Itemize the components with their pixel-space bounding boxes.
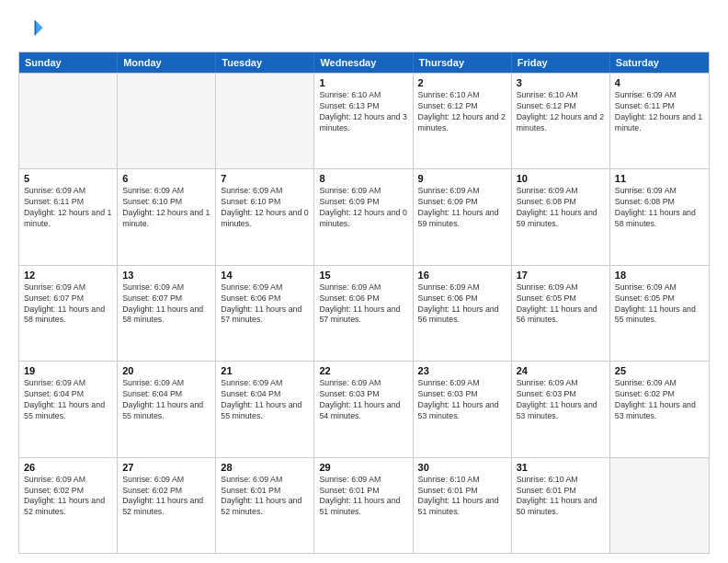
calendar-cell: 28Sunrise: 6:09 AMSunset: 6:01 PMDayligh… (216, 458, 314, 553)
calendar-cell: 11Sunrise: 6:09 AMSunset: 6:08 PMDayligh… (610, 169, 709, 264)
weekday-header: Friday (512, 52, 610, 73)
calendar-cell (610, 458, 709, 553)
cell-text: Sunrise: 6:10 AMSunset: 6:12 PMDaylight:… (418, 90, 506, 134)
day-number: 8 (319, 173, 407, 184)
day-number: 21 (221, 365, 309, 376)
calendar-cell: 13Sunrise: 6:09 AMSunset: 6:07 PMDayligh… (118, 266, 216, 361)
calendar-cell: 5Sunrise: 6:09 AMSunset: 6:11 PMDaylight… (19, 169, 118, 264)
day-number: 23 (418, 365, 506, 376)
day-number: 1 (319, 77, 407, 88)
cell-text: Sunrise: 6:10 AMSunset: 6:13 PMDaylight:… (319, 90, 407, 134)
weekday-header: Wednesday (314, 52, 413, 73)
calendar-cell: 4Sunrise: 6:09 AMSunset: 6:11 PMDaylight… (610, 74, 709, 168)
calendar-cell (19, 74, 118, 168)
day-number: 20 (122, 365, 210, 376)
cell-text: Sunrise: 6:10 AMSunset: 6:01 PMDaylight:… (517, 475, 605, 519)
cell-text: Sunrise: 6:10 AMSunset: 6:12 PMDaylight:… (517, 90, 605, 134)
calendar-cell: 22Sunrise: 6:09 AMSunset: 6:03 PMDayligh… (314, 362, 413, 456)
day-number: 19 (24, 365, 112, 376)
cell-text: Sunrise: 6:09 AMSunset: 6:04 PMDaylight:… (221, 378, 309, 422)
calendar-body: 1Sunrise: 6:10 AMSunset: 6:13 PMDaylight… (19, 73, 709, 553)
cell-text: Sunrise: 6:09 AMSunset: 6:02 PMDaylight:… (122, 475, 210, 519)
cell-text: Sunrise: 6:09 AMSunset: 6:06 PMDaylight:… (319, 282, 407, 327)
day-number: 6 (122, 173, 210, 184)
weekday-header: Saturday (610, 52, 709, 73)
cell-text: Sunrise: 6:09 AMSunset: 6:01 PMDaylight:… (221, 475, 309, 519)
calendar-cell: 12Sunrise: 6:09 AMSunset: 6:07 PMDayligh… (19, 266, 118, 361)
day-number: 28 (221, 462, 309, 473)
cell-text: Sunrise: 6:09 AMSunset: 6:04 PMDaylight:… (122, 378, 210, 422)
cell-text: Sunrise: 6:09 AMSunset: 6:07 PMDaylight:… (24, 282, 112, 327)
day-number: 30 (418, 462, 506, 473)
calendar-cell: 30Sunrise: 6:10 AMSunset: 6:01 PMDayligh… (414, 458, 512, 553)
cell-text: Sunrise: 6:09 AMSunset: 6:11 PMDaylight:… (615, 90, 704, 134)
logo-icon (18, 17, 44, 42)
calendar-cell: 25Sunrise: 6:09 AMSunset: 6:02 PMDayligh… (610, 362, 709, 456)
calendar-cell: 3Sunrise: 6:10 AMSunset: 6:12 PMDaylight… (512, 74, 610, 168)
calendar-cell: 9Sunrise: 6:09 AMSunset: 6:09 PMDaylight… (414, 169, 512, 264)
day-number: 27 (122, 462, 210, 473)
day-number: 14 (221, 270, 309, 281)
day-number: 13 (122, 270, 210, 281)
calendar-cell: 2Sunrise: 6:10 AMSunset: 6:12 PMDaylight… (414, 74, 512, 168)
calendar-cell: 16Sunrise: 6:09 AMSunset: 6:06 PMDayligh… (414, 266, 512, 361)
day-number: 12 (24, 270, 112, 281)
cell-text: Sunrise: 6:09 AMSunset: 6:09 PMDaylight:… (319, 186, 407, 230)
cell-text: Sunrise: 6:09 AMSunset: 6:08 PMDaylight:… (517, 186, 605, 230)
day-number: 22 (319, 365, 407, 376)
svg-marker-1 (36, 21, 42, 34)
calendar-header: SundayMondayTuesdayWednesdayThursdayFrid… (19, 52, 709, 73)
calendar-cell: 29Sunrise: 6:09 AMSunset: 6:01 PMDayligh… (314, 458, 413, 553)
cell-text: Sunrise: 6:09 AMSunset: 6:03 PMDaylight:… (319, 378, 407, 422)
cell-text: Sunrise: 6:09 AMSunset: 6:05 PMDaylight:… (615, 282, 704, 327)
day-number: 5 (24, 173, 112, 184)
logo (18, 17, 48, 42)
cell-text: Sunrise: 6:09 AMSunset: 6:06 PMDaylight:… (418, 282, 506, 327)
cell-text: Sunrise: 6:09 AMSunset: 6:05 PMDaylight:… (517, 282, 605, 327)
day-number: 17 (517, 270, 605, 281)
calendar-cell: 14Sunrise: 6:09 AMSunset: 6:06 PMDayligh… (216, 266, 314, 361)
cell-text: Sunrise: 6:09 AMSunset: 6:01 PMDaylight:… (319, 475, 407, 519)
cell-text: Sunrise: 6:10 AMSunset: 6:01 PMDaylight:… (418, 475, 506, 519)
day-number: 15 (319, 270, 407, 281)
day-number: 24 (517, 365, 605, 376)
cell-text: Sunrise: 6:09 AMSunset: 6:11 PMDaylight:… (24, 186, 112, 230)
cell-text: Sunrise: 6:09 AMSunset: 6:07 PMDaylight:… (122, 282, 210, 327)
cell-text: Sunrise: 6:09 AMSunset: 6:06 PMDaylight:… (221, 282, 309, 327)
weekday-header: Monday (118, 52, 216, 73)
calendar-row: 26Sunrise: 6:09 AMSunset: 6:02 PMDayligh… (19, 457, 709, 553)
cell-text: Sunrise: 6:09 AMSunset: 6:10 PMDaylight:… (122, 186, 210, 230)
cell-text: Sunrise: 6:09 AMSunset: 6:03 PMDaylight:… (517, 378, 605, 422)
day-number: 3 (517, 77, 605, 88)
calendar-row: 5Sunrise: 6:09 AMSunset: 6:11 PMDaylight… (19, 168, 709, 264)
calendar-cell: 24Sunrise: 6:09 AMSunset: 6:03 PMDayligh… (512, 362, 610, 456)
calendar-cell: 1Sunrise: 6:10 AMSunset: 6:13 PMDaylight… (314, 74, 413, 168)
header (18, 17, 710, 42)
calendar-row: 1Sunrise: 6:10 AMSunset: 6:13 PMDaylight… (19, 73, 709, 168)
cell-text: Sunrise: 6:09 AMSunset: 6:10 PMDaylight:… (221, 186, 309, 230)
calendar-row: 12Sunrise: 6:09 AMSunset: 6:07 PMDayligh… (19, 265, 709, 361)
day-number: 9 (418, 173, 506, 184)
day-number: 16 (418, 270, 506, 281)
day-number: 26 (24, 462, 112, 473)
cell-text: Sunrise: 6:09 AMSunset: 6:03 PMDaylight:… (418, 378, 506, 422)
weekday-header: Tuesday (216, 52, 314, 73)
day-number: 25 (615, 365, 704, 376)
day-number: 29 (319, 462, 407, 473)
cell-text: Sunrise: 6:09 AMSunset: 6:02 PMDaylight:… (24, 475, 112, 519)
day-number: 10 (517, 173, 605, 184)
calendar-cell: 7Sunrise: 6:09 AMSunset: 6:10 PMDaylight… (216, 169, 314, 264)
day-number: 18 (615, 270, 704, 281)
day-number: 7 (221, 173, 309, 184)
calendar-cell (118, 74, 216, 168)
page: SundayMondayTuesdayWednesdayThursdayFrid… (0, 0, 728, 563)
calendar: SundayMondayTuesdayWednesdayThursdayFrid… (18, 52, 710, 554)
day-number: 11 (615, 173, 704, 184)
calendar-cell: 15Sunrise: 6:09 AMSunset: 6:06 PMDayligh… (314, 266, 413, 361)
day-number: 2 (418, 77, 506, 88)
cell-text: Sunrise: 6:09 AMSunset: 6:09 PMDaylight:… (418, 186, 506, 230)
calendar-cell: 6Sunrise: 6:09 AMSunset: 6:10 PMDaylight… (118, 169, 216, 264)
calendar-cell: 31Sunrise: 6:10 AMSunset: 6:01 PMDayligh… (512, 458, 610, 553)
calendar-row: 19Sunrise: 6:09 AMSunset: 6:04 PMDayligh… (19, 361, 709, 456)
calendar-cell: 23Sunrise: 6:09 AMSunset: 6:03 PMDayligh… (414, 362, 512, 456)
